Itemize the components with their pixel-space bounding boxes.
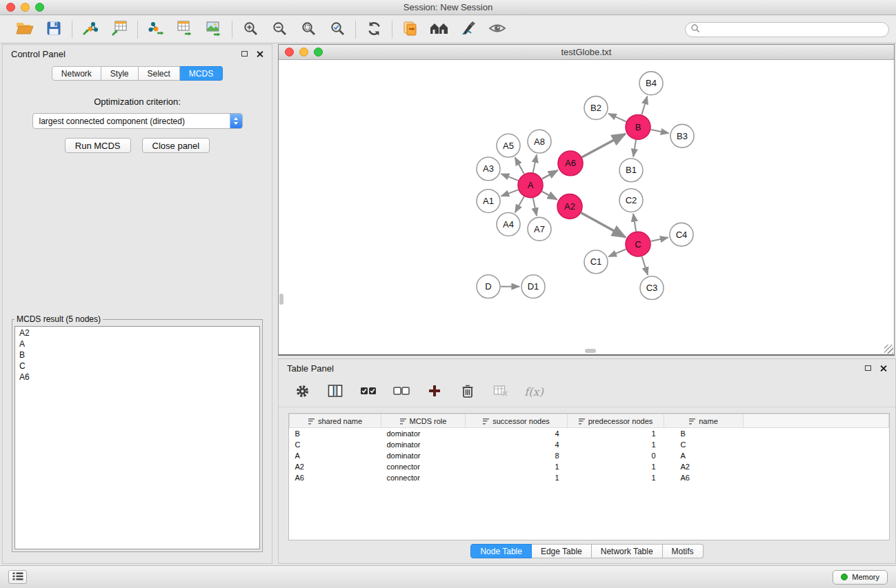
mcds-result-list[interactable]: A2ABCA6 [14,326,260,549]
cell[interactable]: A [290,450,381,461]
node-D1[interactable]: D1 [521,275,545,298]
select-all-button[interactable] [359,383,378,402]
result-item[interactable]: A2 [15,327,259,338]
node-A6[interactable]: A6 [558,151,583,176]
run-mcds-button[interactable]: Run MCDS [65,138,131,153]
cell[interactable]: 4 [466,439,568,450]
cell[interactable]: dominator [381,439,466,450]
save-session-button[interactable] [44,20,63,39]
node-B[interactable]: B [626,114,650,139]
edge-A2-C[interactable] [581,213,626,237]
import-network-button[interactable] [81,20,100,39]
minimize-view-button[interactable] [299,48,308,57]
zoom-fit-button[interactable] [328,20,347,39]
zoom-window-button[interactable] [35,3,44,12]
close-panel-icon[interactable] [256,50,263,58]
node-B3[interactable]: B3 [670,124,694,148]
open-session-button[interactable] [15,20,34,39]
cell[interactable]: A2 [290,461,381,472]
cell[interactable]: A6 [290,472,381,483]
close-window-button[interactable] [6,3,15,12]
edge-A-A2[interactable] [542,192,557,200]
vertical-scrollbar-thumb[interactable] [279,294,283,305]
delete-table-button[interactable] [491,383,510,402]
minimize-window-button[interactable] [21,3,30,12]
node-A8[interactable]: A8 [528,130,551,153]
cell[interactable]: 1 [466,472,568,483]
close-table-panel-icon[interactable] [879,365,887,372]
table-settings-button[interactable] [292,383,312,402]
zoom-view-button[interactable] [314,48,323,57]
result-item[interactable]: A6 [15,372,259,383]
cell[interactable]: 1 [466,461,568,472]
node-B2[interactable]: B2 [584,97,608,120]
result-item[interactable]: B [15,349,259,361]
cell[interactable]: C [664,439,744,450]
tab-network[interactable]: Network [52,66,101,81]
zoom-out-button[interactable] [270,20,289,39]
tab-style[interactable]: Style [101,66,139,81]
cell[interactable]: dominator [381,450,466,461]
node-C4[interactable]: C4 [670,223,693,246]
float-panel-icon[interactable] [241,51,248,57]
task-history-button[interactable] [8,570,27,584]
result-item[interactable]: A [15,338,259,349]
edge-A6-B[interactable] [582,134,626,157]
cell[interactable]: 1 [568,428,664,439]
column-header-mcds-role[interactable]: MCDS role [381,414,466,428]
tab-select[interactable]: Select [139,66,180,81]
optimization-criterion-dropdown[interactable]: largest connected component (directed) [32,113,243,129]
node-A1[interactable]: A1 [477,190,500,213]
edge-A-A5[interactable] [515,158,524,174]
edge-A-A7[interactable] [533,198,537,216]
tab-edge-table[interactable]: Edge Table [532,544,592,558]
cell[interactable]: 1 [568,439,664,450]
first-neighbors-button[interactable] [401,20,420,39]
search-input[interactable] [703,25,884,34]
resize-grip-icon[interactable] [884,345,893,354]
column-header-successor-nodes[interactable]: successor nodes [466,414,568,428]
result-item[interactable]: C [15,361,259,372]
edge-A-A3[interactable] [501,174,519,181]
edge-C-C3[interactable] [642,256,648,275]
create-column-button[interactable] [425,383,444,402]
export-network-button[interactable] [146,20,166,39]
delete-columns-button[interactable] [458,383,477,402]
node-B4[interactable]: B4 [639,72,663,95]
node-C1[interactable]: C1 [584,250,608,274]
cell[interactable]: B [290,428,381,439]
edge-A-A1[interactable] [501,190,519,196]
edge-A-A6[interactable] [542,170,558,179]
node-C3[interactable]: C3 [640,276,664,300]
tab-mcds[interactable]: MCDS [180,66,223,81]
cell[interactable]: A6 [664,472,744,483]
tab-node-table[interactable]: Node Table [470,544,532,558]
node-A4[interactable]: A4 [497,212,520,236]
cell[interactable]: 1 [568,461,664,472]
node-D[interactable]: D [477,275,500,298]
edge-A-A4[interactable] [515,196,524,212]
import-table-button[interactable] [110,20,129,39]
export-image-button[interactable] [204,20,223,39]
tab-network-table[interactable]: Network Table [592,544,663,558]
float-table-panel-icon[interactable] [865,365,871,371]
tab-motifs[interactable]: Motifs [663,544,704,558]
edge-B-B4[interactable] [641,97,647,114]
cell[interactable]: C [290,439,381,450]
edge-B-B2[interactable] [608,114,626,122]
apply-style-button[interactable] [459,20,478,39]
table-row[interactable]: Adominator80A [290,450,889,461]
function-builder-button[interactable]: f(x) [524,383,544,402]
cell[interactable]: connector [381,472,466,483]
network-canvas[interactable]: B4B2BB3A5A8A6A3B1AA1C2A2A4A7C4CC1C3DD1 [279,61,894,354]
close-panel-button[interactable]: Close panel [142,138,210,153]
node-A[interactable]: A [518,173,543,198]
node-C2[interactable]: C2 [619,189,643,212]
node-A3[interactable]: A3 [477,157,500,181]
cell[interactable]: 4 [466,428,568,439]
column-header-name[interactable]: name [664,414,744,428]
cell[interactable]: 0 [568,450,664,461]
export-table-button[interactable] [175,20,195,39]
search-box[interactable] [685,22,889,37]
home-button[interactable] [430,20,449,39]
